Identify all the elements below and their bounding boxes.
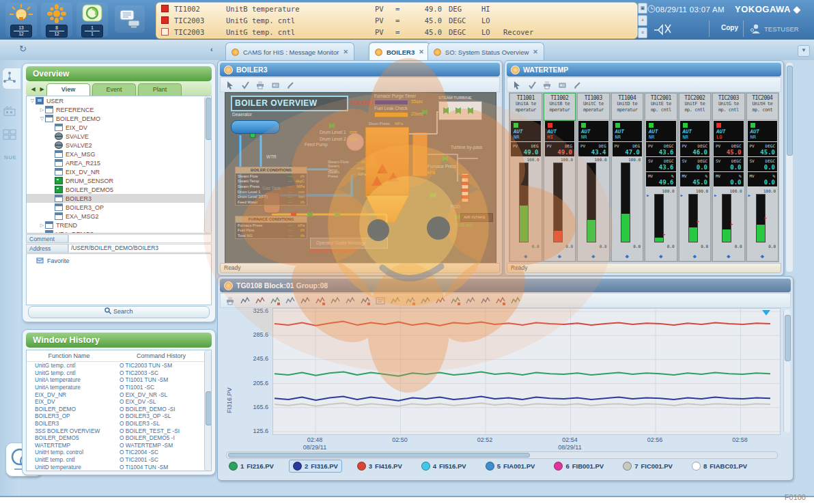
tree-item-exa_msg2[interactable]: EXA_MSG2 — [27, 212, 211, 221]
system-alarm-lamp-button[interactable]: 812 — [41, 3, 72, 37]
user-button[interactable]: TESTUSER — [750, 20, 811, 37]
legend-item-fia001.pv[interactable]: 5FIA001.PV — [481, 460, 539, 473]
trend-vertical-scrollbar[interactable] — [783, 309, 790, 432]
label-icon[interactable] — [557, 79, 567, 90]
tree-caret-icon[interactable]: ▷ — [39, 107, 45, 113]
window-list-dropdown[interactable]: ▼ — [798, 45, 810, 57]
data-save-icon[interactable] — [435, 295, 446, 306]
tree-item-svalve2[interactable]: SVALVE2 — [27, 141, 211, 150]
history-row[interactable]: EIX_DVO EIX_DV -SL — [27, 398, 211, 406]
setpoint-pointer-icon[interactable]: ▶ — [714, 193, 717, 197]
add-icon[interactable]: + — [638, 15, 647, 26]
alarm-row[interactable]: TIC2003UnitG temp. cntlPV=45.0DEGCLO — [156, 14, 637, 26]
ref-set-icon[interactable] — [450, 295, 461, 306]
edit-icon[interactable] — [572, 79, 583, 90]
alarm-row[interactable]: TI1002UnitB temperaturePV=49.0DEGHI — [156, 3, 637, 14]
tab-so-system-status-overview[interactable]: SO: System Status Overview✕ — [427, 42, 544, 61]
faceplate-header[interactable]: TI1001UnitA temperatur — [510, 94, 542, 120]
tab-scroll-left-icon[interactable]: ◀ — [29, 85, 37, 93]
snapshot-icon[interactable]: ▣ — [638, 3, 647, 14]
history-row[interactable]: G FIUT04 '1+BOILER3_2xWG FIUT04 '1+BOILE… — [27, 471, 211, 471]
history-row[interactable]: WATERTEMPO WATERTEMP -SM — [27, 442, 211, 449]
faceplate-tic2002[interactable]: TIC2002UnitF temp. cntlAUTNRPVDEGC46.0SV… — [679, 93, 712, 262]
tree-caret-icon[interactable]: ▷ — [39, 232, 45, 234]
faceplate-diamond-button[interactable]: ◆ — [645, 253, 677, 260]
marker-trend-icon[interactable] — [255, 295, 266, 306]
tab-scroll-right-icon[interactable]: ▶ — [38, 85, 46, 93]
history-scrollbar[interactable] — [204, 350, 211, 471]
faceplate-diamond-button[interactable]: ◆ — [713, 253, 744, 260]
tile-windows-icon[interactable] — [2, 127, 18, 143]
overview-tab-plant[interactable]: Plant — [138, 83, 182, 96]
history-row[interactable]: UnitE temp. cntlO TIC2001 -SC — [27, 456, 211, 464]
tree-item-svalve[interactable]: SVALVE — [27, 132, 211, 141]
history-row[interactable]: UnitG temp. cntlO TIC2003 -SC — [27, 369, 211, 377]
faceplate-header[interactable]: TIC2002UnitF temp. cntl — [679, 94, 711, 120]
faceplate-diamond-button[interactable]: ◆ — [612, 253, 643, 260]
tree-caret-icon[interactable]: ▷ — [39, 223, 45, 228]
ref-clear-icon[interactable] — [465, 295, 476, 306]
tab-cams-for-his-message-monitor[interactable]: CAMS for HIS : Message Monitor✕ — [225, 42, 354, 61]
tree-item-boiler_demo[interactable]: ▽BOILER_DEMO — [27, 114, 211, 123]
faceplate-tic2004[interactable]: TIC2004UnitH temp. contAUTNRPVDEGC45.0SV… — [746, 93, 779, 262]
tree-item-vba_demo3[interactable]: ▷VBA_DEMO3 — [27, 229, 211, 234]
select-icon[interactable] — [511, 79, 522, 90]
overview-tab-event[interactable]: Event — [92, 83, 136, 96]
history-row[interactable]: BOILER_DEMO5O BOILER_DEMO5 -I — [27, 434, 211, 442]
main-area-scrollbar[interactable] — [785, 63, 793, 272]
tree-item-eix_dv_nr[interactable]: EIX_DV_NR — [27, 167, 211, 176]
history-row[interactable]: UnitH temp. controlO TIC2004 -SC — [27, 449, 211, 456]
tree-caret-icon[interactable]: ▽ — [39, 116, 45, 122]
faceplate-diamond-button[interactable]: ◆ — [510, 253, 542, 260]
wave-single-icon[interactable] — [510, 295, 521, 306]
tab-boiler3[interactable]: BOILER3✕ — [369, 42, 430, 61]
history-row[interactable]: UnitG temp. cntlO TIC2003 TUN -SM — [27, 362, 211, 369]
faceplate-header[interactable]: TI1002UnitB temperatur — [544, 94, 576, 120]
collapse-sidebar-icon[interactable]: ‹ — [210, 45, 219, 55]
tree-item-eix_dv[interactable]: EIX_DV — [27, 123, 211, 132]
plant-icon[interactable] — [2, 102, 18, 119]
tree-item-area_r215[interactable]: AREA_R215 — [27, 158, 211, 167]
message-panel-icon[interactable] — [375, 295, 386, 306]
operator-guide-lamp-button[interactable]: 11 — [76, 3, 108, 37]
legend-item-fic001.pv[interactable]: 7FIC001.PV — [619, 460, 677, 473]
trend-horizontal-scrollbar[interactable] — [226, 451, 778, 459]
favorite-item[interactable]: Favorite — [27, 254, 211, 264]
zoom-in-y-icon[interactable] — [315, 295, 326, 306]
edit-icon[interactable] — [285, 79, 296, 90]
peak-search-icon[interactable] — [390, 295, 401, 306]
pen-trend-icon[interactable] — [240, 295, 251, 306]
data-copy-icon[interactable] — [420, 295, 431, 306]
history-row[interactable]: EIX_DV_NRO EIX_DV_NR -SL — [27, 391, 211, 398]
faceplate-ti1002[interactable]: TI1002UnitB temperaturAUTHIPVDEG49.0100.… — [544, 93, 576, 262]
trend-plot[interactable] — [272, 308, 781, 435]
copy-button[interactable]: Copy — [716, 23, 744, 33]
navigator-icon[interactable] — [2, 70, 18, 87]
printer-icon[interactable] — [225, 295, 236, 306]
faceplate-diamond-button[interactable]: ◆ — [544, 253, 576, 260]
history-row[interactable]: BOILER3O BOILER3 -SL — [27, 420, 211, 428]
tree-item-boiler_demo5[interactable]: BOILER_DEMO5 — [27, 185, 211, 194]
history-row[interactable]: UnitA temperatureO TI1001 -SC — [27, 384, 211, 391]
tree-caret-icon[interactable]: ▽ — [29, 98, 36, 104]
label-icon[interactable] — [270, 79, 281, 90]
confirm-icon[interactable] — [527, 79, 537, 90]
tree-scrollbar[interactable] — [204, 96, 211, 233]
process-alarm-lamp-button[interactable]: 1312 — [5, 3, 37, 37]
tab-close-icon[interactable]: ✕ — [419, 48, 424, 55]
faceplate-header[interactable]: TIC2001UnitE temp. cntl — [645, 94, 677, 120]
tab-close-icon[interactable]: ✕ — [343, 48, 348, 55]
faceplate-tic2003[interactable]: TIC2003UnitG temp. cntlAUTLOPVDEGC45.0SV… — [712, 93, 745, 262]
legend-item-fib001.pv[interactable]: 6FIB001.PV — [550, 460, 608, 473]
shift-right-icon[interactable] — [285, 295, 296, 306]
scroll-icon[interactable]: ≡ — [638, 27, 647, 38]
tree-item-drum_sensor[interactable]: DRUM_SENSOR — [27, 176, 211, 185]
time-marker-icon[interactable] — [762, 310, 770, 316]
compare-menu-icon[interactable] — [345, 295, 356, 306]
tree-item-user[interactable]: ▽USER — [27, 96, 211, 105]
span-menu-icon[interactable] — [330, 295, 341, 306]
faceplate-header[interactable]: TI1003UnitC temperatur — [578, 94, 609, 120]
zoom-out-y-icon[interactable] — [300, 295, 311, 306]
grid-menu-icon[interactable] — [360, 295, 371, 306]
history-row[interactable]: UnitD temperatureO TI1004 TUN -SM — [27, 463, 211, 471]
